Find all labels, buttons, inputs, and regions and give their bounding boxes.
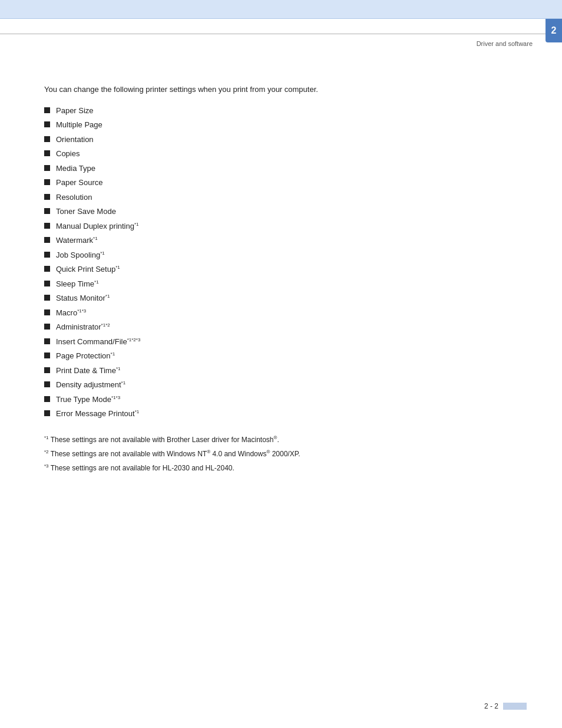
list-item-text: True Type Mode*1*3 bbox=[56, 394, 120, 406]
list-item: Multiple Page bbox=[44, 119, 492, 131]
superscript: *1*2 bbox=[101, 322, 110, 328]
main-content: You can change the following printer set… bbox=[44, 84, 492, 475]
list-item-text: Density adjustment*1 bbox=[56, 379, 125, 391]
bullet-icon bbox=[44, 353, 50, 358]
bullet-icon bbox=[44, 410, 50, 416]
bullet-icon bbox=[44, 309, 50, 315]
section-label: Driver and software bbox=[477, 40, 533, 47]
bullet-icon bbox=[44, 295, 50, 301]
superscript: *1*3 bbox=[77, 308, 86, 313]
list-item: Paper Source bbox=[44, 177, 492, 189]
list-item: Page Protection*1 bbox=[44, 350, 492, 362]
superscript: *1 bbox=[135, 409, 140, 414]
bullet-icon bbox=[44, 281, 50, 286]
superscript: *1 bbox=[115, 265, 120, 270]
bullet-icon bbox=[44, 208, 50, 214]
list-item-text: Paper Source bbox=[56, 177, 103, 189]
list-item: Sleep Time*1 bbox=[44, 278, 492, 290]
bullet-icon bbox=[44, 237, 50, 243]
list-item: True Type Mode*1*3 bbox=[44, 394, 492, 406]
page-footer: 2 - 2 bbox=[484, 702, 527, 710]
page-number: 2 - 2 bbox=[484, 702, 498, 710]
list-item-text: Sleep Time*1 bbox=[56, 278, 99, 290]
list-item: Print Date & Time*1 bbox=[44, 365, 492, 377]
list-item-text: Administrator*1*2 bbox=[56, 321, 110, 333]
list-item-text: Resolution bbox=[56, 192, 92, 203]
list-item: Administrator*1*2 bbox=[44, 321, 492, 333]
list-item-text: Copies bbox=[56, 148, 80, 160]
bullet-icon bbox=[44, 396, 50, 402]
list-item: Job Spooling*1 bbox=[44, 249, 492, 261]
list-item: Status Monitor*1 bbox=[44, 292, 492, 304]
list-item: Watermark*1 bbox=[44, 235, 492, 246]
list-item: Paper Size bbox=[44, 105, 492, 117]
list-item: Error Message Printout*1 bbox=[44, 408, 492, 420]
list-item-text: Media Type bbox=[56, 163, 95, 174]
list-item-text: Watermark*1 bbox=[56, 235, 98, 246]
list-item-text: Paper Size bbox=[56, 105, 94, 117]
footnote-1: *1 These settings are not available with… bbox=[44, 434, 492, 446]
footnote-2: *2 These settings are not available with… bbox=[44, 448, 492, 460]
superscript: *1*2*3 bbox=[127, 337, 141, 342]
list-item: Macro*1*3 bbox=[44, 307, 492, 319]
superscript: *1 bbox=[94, 279, 99, 284]
list-item-text: Job Spooling*1 bbox=[56, 249, 105, 261]
list-item-text: Insert Command/File*1*2*3 bbox=[56, 336, 140, 348]
bullet-icon bbox=[44, 179, 50, 185]
bullet-icon bbox=[44, 150, 50, 156]
bullet-icon bbox=[44, 367, 50, 373]
list-item: Insert Command/File*1*2*3 bbox=[44, 336, 492, 348]
settings-list: Paper SizeMultiple PageOrientationCopies… bbox=[44, 105, 492, 420]
bullet-icon bbox=[44, 324, 50, 330]
list-item-text: Macro*1*3 bbox=[56, 307, 86, 319]
list-item: Manual Duplex printing*1 bbox=[44, 220, 492, 232]
bullet-icon bbox=[44, 223, 50, 229]
top-bar bbox=[0, 0, 562, 19]
horizontal-rule bbox=[0, 34, 562, 34]
superscript: *1 bbox=[105, 294, 110, 299]
list-item-text: Toner Save Mode bbox=[56, 206, 116, 218]
list-item-text: Quick Print Setup*1 bbox=[56, 263, 120, 275]
footnote-3: *3 These settings are not available for … bbox=[44, 462, 492, 474]
bullet-icon bbox=[44, 381, 50, 387]
bullet-icon bbox=[44, 338, 50, 344]
superscript: *1 bbox=[121, 380, 126, 386]
chapter-tab: 2 bbox=[546, 19, 562, 42]
bullet-icon bbox=[44, 252, 50, 258]
page-bar-decoration bbox=[503, 703, 527, 710]
bullet-icon bbox=[44, 121, 50, 127]
list-item-text: Multiple Page bbox=[56, 119, 103, 131]
chapter-number: 2 bbox=[551, 25, 557, 35]
list-item: Resolution bbox=[44, 192, 492, 203]
list-item: Copies bbox=[44, 148, 492, 160]
superscript: *1*3 bbox=[111, 394, 120, 400]
list-item-text: Status Monitor*1 bbox=[56, 292, 110, 304]
bullet-icon bbox=[44, 165, 50, 171]
intro-paragraph: You can change the following printer set… bbox=[44, 84, 492, 95]
list-item: Toner Save Mode bbox=[44, 206, 492, 218]
list-item-text: Manual Duplex printing*1 bbox=[56, 220, 139, 232]
list-item-text: Orientation bbox=[56, 134, 94, 146]
bullet-icon bbox=[44, 136, 50, 142]
bullet-icon bbox=[44, 194, 50, 200]
list-item: Orientation bbox=[44, 134, 492, 146]
superscript: *1 bbox=[100, 250, 105, 255]
superscript: *1 bbox=[111, 351, 115, 357]
list-item-text: Page Protection*1 bbox=[56, 350, 115, 362]
list-item: Quick Print Setup*1 bbox=[44, 263, 492, 275]
superscript: *1 bbox=[116, 365, 121, 371]
superscript: *1 bbox=[93, 236, 98, 241]
list-item-text: Print Date & Time*1 bbox=[56, 365, 120, 377]
bullet-icon bbox=[44, 107, 50, 113]
list-item-text: Error Message Printout*1 bbox=[56, 408, 139, 420]
bullet-icon bbox=[44, 266, 50, 272]
list-item: Density adjustment*1 bbox=[44, 379, 492, 391]
superscript: *1 bbox=[134, 221, 139, 226]
list-item: Media Type bbox=[44, 163, 492, 174]
footnotes-section: *1 These settings are not available with… bbox=[44, 434, 492, 475]
